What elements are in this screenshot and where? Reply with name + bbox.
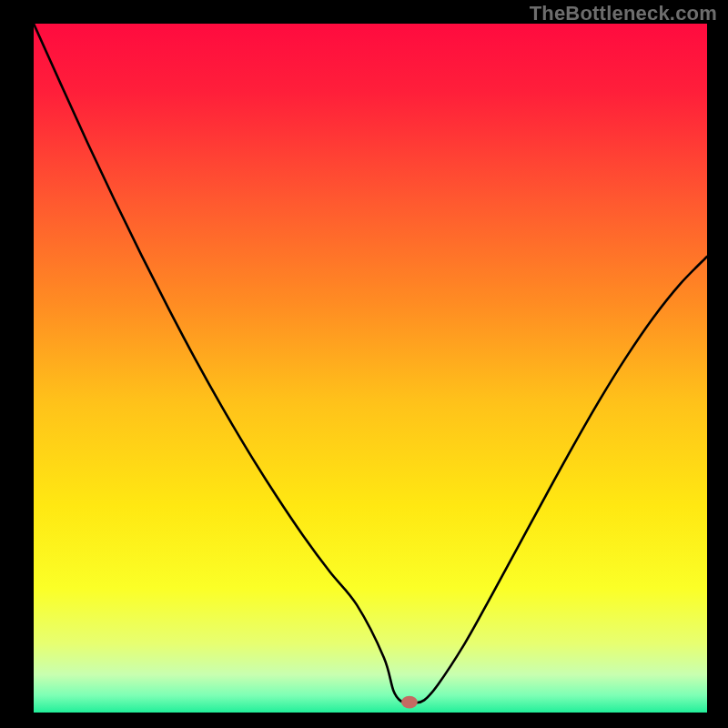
- plot-frame: [34, 24, 707, 713]
- watermark-label: TheBottleneck.com: [530, 2, 717, 25]
- plot-svg: [34, 24, 707, 713]
- chart-root: TheBottleneck.com: [0, 0, 728, 728]
- gradient-background: [34, 24, 707, 713]
- bottleneck-point-marker: [401, 696, 418, 709]
